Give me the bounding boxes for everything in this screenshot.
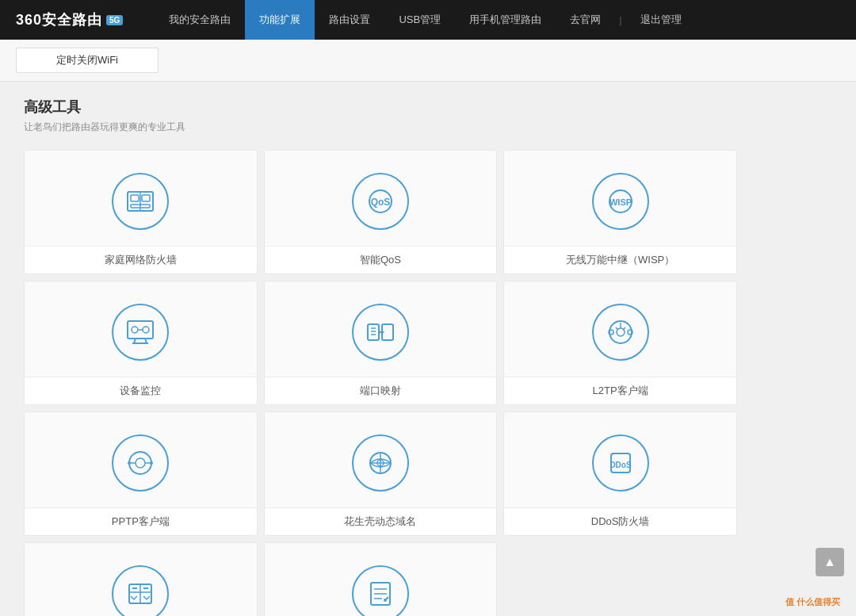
tool-card-ddns[interactable]: 花生壳动态域名 (264, 411, 498, 536)
tool-card-monitor[interactable]: 设备监控 (24, 281, 258, 405)
tool-card-qos[interactable]: QoS 智能QoS (264, 150, 498, 274)
firewall-icon (112, 173, 169, 230)
ddns-icon (352, 434, 409, 492)
tools-grid: 家庭网络防火墙 QoS 智能QoS WISP 无线万能中继（WISP） 设备监控 (24, 150, 737, 616)
tool-label-qos: 智能QoS (265, 246, 497, 274)
tool-card-firewall[interactable]: 家庭网络防火墙 (24, 150, 258, 274)
tool-icon-area-ddos: DDoS (504, 412, 736, 507)
svg-text:DDoS: DDoS (610, 461, 632, 469)
tool-icon-area-wisp: WISP (504, 151, 736, 246)
main-content: 高级工具 让老鸟们把路由器玩得更爽的专业工具 家庭网络防火墙 QoS 智能QoS… (0, 82, 856, 616)
tool-icon-area-ddns (265, 412, 497, 507)
monitor-icon (112, 304, 169, 361)
tool-label-ddos: DDoS防火墙 (504, 507, 736, 535)
tool-card-pptp[interactable]: PPTP客户端 (24, 411, 258, 536)
tool-label-portmap: 端口映射 (265, 377, 497, 404)
tool-card-ddos[interactable]: DDoS DDoS防火墙 (503, 411, 737, 536)
nav-settings[interactable]: 路由设置 (315, 0, 384, 40)
nav-usb[interactable]: USB管理 (384, 0, 455, 40)
tool-card-portmap[interactable]: 端口映射 (264, 281, 498, 405)
nav-official[interactable]: 去官网 (556, 0, 615, 40)
nav-features[interactable]: 功能扩展 (245, 0, 315, 40)
svg-rect-1 (131, 195, 139, 201)
sub-header: 定时关闭WiFi (0, 40, 856, 82)
logo-badge: 5G (106, 15, 123, 25)
svg-point-49 (384, 599, 387, 602)
nav-divider: | (615, 14, 625, 26)
pptp-icon (112, 434, 169, 492)
qos-icon: QoS (352, 173, 409, 230)
ddos-icon: DDoS (592, 434, 649, 492)
wifi-schedule-button[interactable]: 定时关闭WiFi (16, 48, 159, 73)
svg-point-13 (132, 327, 138, 333)
section-title: 高级工具 (24, 98, 832, 117)
tool-label-monitor: 设备监控 (25, 377, 257, 404)
main-nav: 我的安全路由 功能扩展 路由设置 USB管理 用手机管理路由 去官网 | 退出管… (155, 0, 840, 40)
wisp-icon: WISP (592, 173, 649, 230)
nav-mobile[interactable]: 用手机管理路由 (455, 0, 556, 40)
switch-icon (112, 565, 169, 616)
tool-icon-area-host (265, 543, 497, 616)
l2tp-icon (592, 304, 649, 361)
svg-point-35 (150, 461, 153, 465)
svg-point-31 (136, 458, 145, 468)
tool-icon-area-monitor (25, 281, 257, 377)
nav-my-router[interactable]: 我的安全路由 (155, 0, 245, 40)
tool-card-switch[interactable]: 一键换机 (24, 542, 258, 616)
nav-logout[interactable]: 退出管理 (626, 0, 696, 40)
svg-line-25 (616, 327, 618, 330)
tool-icon-area-qos: QoS (265, 151, 497, 246)
tool-icon-area-firewall (25, 151, 257, 246)
svg-rect-16 (368, 324, 379, 340)
svg-point-14 (143, 327, 149, 333)
tool-icon-area-pptp (25, 412, 257, 507)
tool-card-wisp[interactable]: WISP 无线万能中继（WISP） (503, 150, 737, 274)
tool-label-l2tp: L2TP客户端 (504, 377, 736, 404)
logo: 360安全路由 5G (16, 10, 123, 29)
logo-text: 360安全路由 (16, 10, 102, 29)
watermark: 值 什么值得买 (785, 596, 840, 608)
host-icon (352, 565, 409, 616)
svg-point-34 (128, 461, 131, 465)
portmap-icon (352, 304, 409, 361)
tool-label-wisp: 无线万能中继（WISP） (504, 246, 736, 274)
header: 360安全路由 5G 我的安全路由 功能扩展 路由设置 USB管理 用手机管理路… (0, 0, 856, 40)
tool-icon-area-l2tp (504, 281, 736, 377)
tool-label-firewall: 家庭网络防火墙 (25, 246, 257, 274)
tool-card-l2tp[interactable]: L2TP客户端 (503, 281, 737, 405)
svg-line-26 (623, 327, 625, 330)
section-subtitle: 让老鸟们把路由器玩得更爽的专业工具 (24, 121, 832, 134)
tool-label-pptp: PPTP客户端 (25, 507, 257, 535)
scroll-top-button[interactable]: ▲ (816, 548, 844, 576)
svg-text:QoS: QoS (371, 197, 391, 208)
svg-text:WISP: WISP (610, 197, 632, 207)
tool-icon-area-switch (25, 543, 257, 616)
tool-icon-area-portmap (265, 281, 497, 377)
svg-rect-2 (142, 195, 150, 201)
tool-card-host[interactable]: 自定义HOST (264, 542, 498, 616)
tool-label-ddns: 花生壳动态域名 (265, 507, 497, 535)
